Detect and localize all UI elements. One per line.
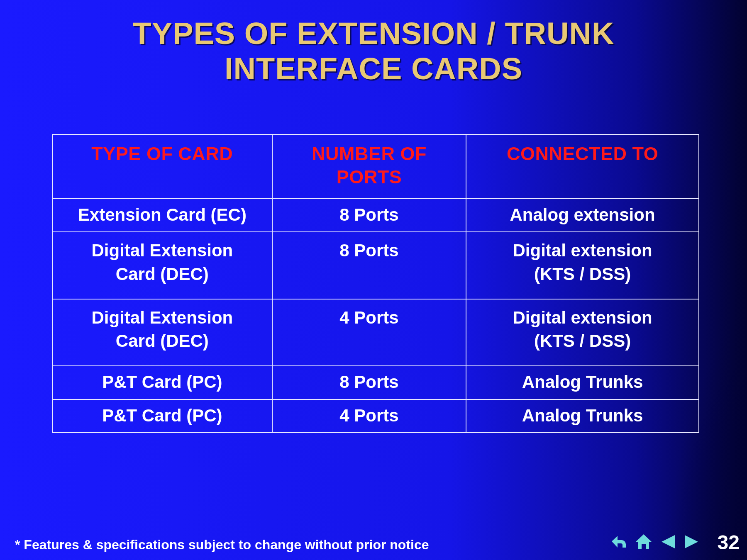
table-row: P&T Card (PC)4 PortsAnalog Trunks: [52, 399, 699, 433]
slide: TYPES OF EXTENSION / TRUNKINTERFACE CARD…: [0, 0, 747, 560]
col-header-connected: CONNECTED TO: [466, 134, 699, 199]
table-row: Digital ExtensionCard (DEC)8 PortsDigita…: [52, 232, 699, 299]
col-header-type: TYPE OF CARD: [52, 134, 272, 199]
cell-type: Digital ExtensionCard (DEC): [52, 299, 272, 366]
cell-type: P&T Card (PC): [52, 366, 272, 399]
cell-ports: 8 Ports: [272, 199, 466, 232]
nav-prev-button[interactable]: [657, 532, 678, 552]
col-header-ports: NUMBER OF PORTS: [272, 134, 466, 199]
cell-connected: Digital extension(KTS / DSS): [466, 299, 699, 366]
home-icon: [634, 533, 653, 551]
footnote: * Features & specifications subject to c…: [15, 537, 429, 553]
card-table: TYPE OF CARD NUMBER OF PORTS CONNECTED T…: [52, 134, 699, 433]
table-header-row: TYPE OF CARD NUMBER OF PORTS CONNECTED T…: [52, 134, 699, 199]
next-icon: [682, 533, 701, 551]
nav-return-button[interactable]: [609, 532, 630, 552]
cell-type: Extension Card (EC): [52, 199, 272, 232]
cell-ports: 4 Ports: [272, 299, 466, 366]
page-number: 32: [718, 531, 740, 554]
cell-connected: Analog Trunks: [466, 399, 699, 433]
cell-connected: Digital extension(KTS / DSS): [466, 232, 699, 299]
cell-type: P&T Card (PC): [52, 399, 272, 433]
nav-bar: [609, 532, 702, 552]
cell-ports: 4 Ports: [272, 399, 466, 433]
table-row: P&T Card (PC)8 PortsAnalog Trunks: [52, 366, 699, 399]
cell-ports: 8 Ports: [272, 366, 466, 399]
nav-next-button[interactable]: [681, 532, 702, 552]
cell-ports: 8 Ports: [272, 232, 466, 299]
card-table-element: TYPE OF CARD NUMBER OF PORTS CONNECTED T…: [52, 134, 699, 433]
table-row: Extension Card (EC)8 PortsAnalog extensi…: [52, 199, 699, 232]
cell-connected: Analog extension: [466, 199, 699, 232]
slide-title: TYPES OF EXTENSION / TRUNKINTERFACE CARD…: [0, 16, 747, 86]
cell-type: Digital ExtensionCard (DEC): [52, 232, 272, 299]
nav-home-button[interactable]: [633, 532, 654, 552]
table-row: Digital ExtensionCard (DEC)4 PortsDigita…: [52, 299, 699, 366]
prev-icon: [658, 533, 677, 551]
return-icon: [610, 533, 629, 551]
cell-connected: Analog Trunks: [466, 366, 699, 399]
